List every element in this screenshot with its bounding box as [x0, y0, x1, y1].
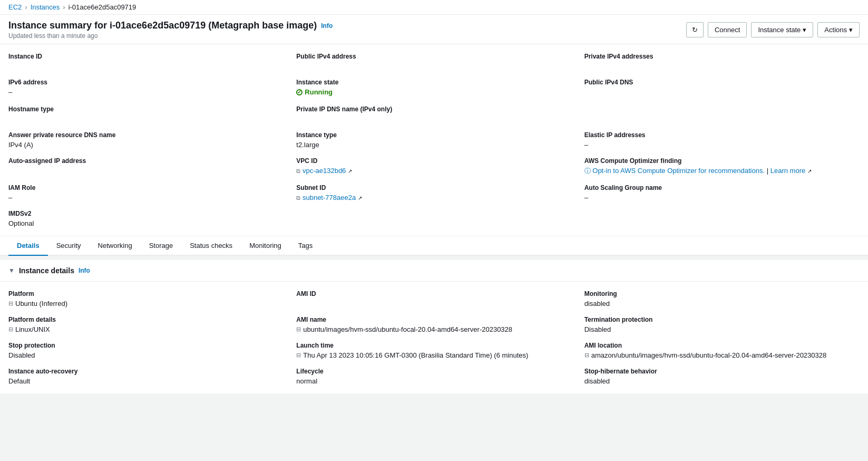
compute-optimizer-field: AWS Compute Optimizer finding ⓘ Opt-in t…: [584, 157, 860, 176]
tab-storage[interactable]: Storage: [141, 236, 182, 256]
ami-location-field: AMI location ⊟ amazon/ubuntu/images/hvm-…: [584, 342, 860, 359]
subnet-id-link[interactable]: subnet-778aee2a: [303, 194, 356, 201]
public-ipv4-dns-redacted: [584, 88, 587, 96]
imdsv2-value: Optional: [8, 219, 284, 227]
lifecycle-value: normal: [296, 377, 571, 385]
ami-id-field: AMI ID: [296, 290, 571, 308]
ami-name-copy-icon: ⊟: [296, 326, 301, 333]
stop-protection-value: Disabled: [8, 351, 284, 359]
tab-monitoring[interactable]: Monitoring: [241, 236, 290, 256]
learn-more-link[interactable]: Learn more: [771, 167, 805, 175]
tab-networking[interactable]: Networking: [90, 236, 141, 256]
private-ipv4-value: [584, 62, 860, 70]
auto-scaling-label: Auto Scaling Group name: [584, 184, 860, 191]
compute-optimizer-separator: |: [767, 167, 771, 175]
tab-details[interactable]: Details: [8, 236, 48, 256]
connect-button[interactable]: Connect: [708, 22, 747, 37]
vpc-id-label: VPC ID: [296, 157, 571, 165]
empty-row3: [584, 105, 860, 123]
auto-assigned-ip-redacted: [8, 167, 11, 175]
instance-details-grid: Platform ⊟ Ubuntu (Inferred) AMI ID Moni…: [0, 282, 868, 393]
stop-protection-label: Stop protection: [8, 342, 284, 349]
subnet-id-value: ⧉ subnet-778aee2a ↗: [296, 194, 571, 201]
summary-grid: Instance ID Public IPv4 address Private …: [8, 53, 860, 227]
private-ip-dns-label: Private IP DNS name (IPv4 only): [296, 105, 571, 113]
termination-protection-field: Termination protection Disabled: [584, 316, 860, 333]
subnet-external-icon: ↗: [358, 195, 362, 201]
stop-protection-field: Stop protection Disabled: [8, 342, 284, 359]
instance-type-value: t2.large: [296, 141, 571, 149]
ami-id-label: AMI ID: [296, 290, 571, 297]
breadcrumb-ec2-link[interactable]: EC2: [8, 3, 22, 11]
tabs-bar: Details Security Networking Storage Stat…: [0, 236, 868, 256]
auto-assigned-ip-label: Auto-assigned IP address: [8, 157, 284, 165]
monitoring-field: Monitoring disabled: [584, 290, 860, 308]
instance-type-field: Instance type t2.large: [296, 131, 571, 149]
ipv6-field: IPv6 address –: [8, 79, 284, 97]
section-chevron-icon: ▼: [8, 267, 15, 274]
public-ipv4-dns-value: [584, 88, 860, 96]
vpc-copy-icon[interactable]: ⧉: [296, 168, 300, 174]
launch-time-value: ⊟ Thu Apr 13 2023 10:05:16 GMT-0300 (Bra…: [296, 351, 571, 359]
instance-type-label: Instance type: [296, 131, 571, 139]
elastic-ip-value: –: [584, 141, 860, 149]
hostname-type-field: Hostname type: [8, 105, 284, 123]
platform-details-copy-icon: ⊟: [8, 326, 13, 333]
ipv6-label: IPv6 address: [8, 79, 284, 86]
auto-assigned-ip-field: Auto-assigned IP address: [8, 157, 284, 176]
empty-row7-2: [296, 210, 571, 227]
answer-dns-label: Answer private resource DNS name: [8, 131, 284, 139]
iam-role-value: –: [8, 194, 284, 201]
instance-id-label: Instance ID: [8, 53, 284, 60]
platform-details-label: Platform details: [8, 316, 284, 323]
hostname-type-value: [8, 115, 284, 123]
section-title: Instance details: [19, 266, 74, 275]
iam-role-label: IAM Role: [8, 184, 284, 191]
tab-status-checks[interactable]: Status checks: [181, 236, 241, 256]
refresh-button[interactable]: ↻: [686, 22, 704, 37]
header-info-link[interactable]: Info: [321, 22, 333, 30]
hostname-type-redacted: [8, 115, 11, 123]
compute-optimizer-link[interactable]: Opt-in to AWS Compute Optimizer for reco…: [592, 167, 765, 175]
vpc-id-link[interactable]: vpc-ae132bd6: [303, 167, 346, 175]
auto-scaling-field: Auto Scaling Group name –: [584, 184, 860, 201]
private-ipv4-redacted: [584, 62, 587, 70]
actions-button[interactable]: Actions ▾: [817, 22, 860, 37]
vpc-id-field: VPC ID ⧉ vpc-ae132bd6 ↗: [296, 157, 571, 176]
monitoring-label: Monitoring: [584, 290, 860, 297]
breadcrumb-instances-link[interactable]: Instances: [31, 3, 60, 11]
breadcrumb-sep-2: ›: [63, 3, 65, 11]
instance-state-chevron-icon: ▾: [803, 26, 806, 34]
ipv6-value: –: [8, 88, 284, 96]
actions-chevron-icon: ▾: [849, 26, 853, 34]
private-ipv4-label: Private IPv4 addresses: [584, 53, 860, 60]
platform-field: Platform ⊟ Ubuntu (Inferred): [8, 290, 284, 308]
launch-time-label: Launch time: [296, 342, 571, 349]
instance-state-value: Running: [296, 88, 333, 96]
running-status-icon: [296, 89, 303, 95]
private-ip-dns-redacted: [296, 115, 298, 123]
ami-name-value: ⊟ ubuntu/images/hvm-ssd/ubuntu-focal-20.…: [296, 325, 571, 333]
ami-name-field: AMI name ⊟ ubuntu/images/hvm-ssd/ubuntu-…: [296, 316, 571, 333]
auto-scaling-value: –: [584, 194, 860, 201]
compute-optimizer-label: AWS Compute Optimizer finding: [584, 157, 860, 165]
elastic-ip-field: Elastic IP addresses –: [584, 131, 860, 149]
breadcrumb-current: i-01ace6e2d5ac09719: [69, 3, 136, 11]
public-ipv4-value: [296, 62, 571, 70]
auto-assigned-ip-value: [8, 167, 284, 175]
tab-tags[interactable]: Tags: [290, 236, 321, 256]
public-ipv4-redacted: [296, 62, 298, 70]
subnet-copy-icon[interactable]: ⧉: [296, 195, 300, 201]
public-ipv4-label: Public IPv4 address: [296, 53, 571, 60]
instance-details-header[interactable]: ▼ Instance details Info: [0, 260, 868, 282]
private-ip-dns-field: Private IP DNS name (IPv4 only): [296, 105, 571, 123]
breadcrumb: EC2 › Instances › i-01ace6e2d5ac09719: [0, 0, 868, 15]
section-info-link[interactable]: Info: [79, 267, 90, 274]
launch-time-copy-icon: ⊟: [296, 352, 301, 359]
instance-id-redacted: [8, 62, 11, 70]
refresh-icon: ↻: [692, 26, 698, 34]
page-title: Instance summary for i-01ace6e2d5ac09719…: [8, 20, 333, 31]
instance-state-button[interactable]: Instance state ▾: [751, 22, 813, 37]
platform-details-field: Platform details ⊟ Linux/UNIX: [8, 316, 284, 333]
tab-security[interactable]: Security: [48, 236, 90, 256]
